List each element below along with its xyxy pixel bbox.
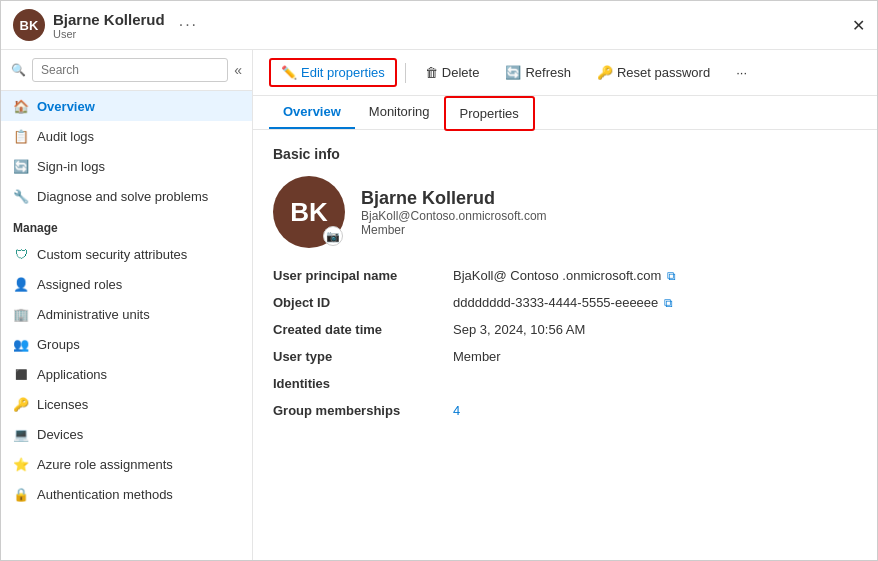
reset-password-button[interactable]: 🔑 Reset password [586, 59, 721, 86]
overview-panel: Basic info BK 📷 Bjarne Kollerud BjaKoll@… [253, 130, 877, 434]
sidebar-item-label: Overview [37, 99, 95, 114]
admin-units-icon: 🏢 [13, 306, 29, 322]
sidebar-item-label: Administrative units [37, 307, 150, 322]
title-info: Bjarne Kollerud User [53, 11, 165, 40]
copy-upn-icon[interactable]: ⧉ [667, 269, 676, 283]
refresh-label: Refresh [525, 65, 571, 80]
field-value-objectid: dddddddd-3333-4444-5555-eeeeee ⧉ [453, 295, 857, 310]
profile-block: BK 📷 Bjarne Kollerud BjaKoll@Contoso.onm… [273, 176, 857, 248]
field-value-identities [453, 376, 857, 391]
azure-roles-icon: ⭐ [13, 456, 29, 472]
title-more-button[interactable]: ··· [179, 16, 198, 34]
edit-label: Edit properties [301, 65, 385, 80]
copy-objectid-icon[interactable]: ⧉ [664, 296, 673, 310]
upn-text: BjaKoll@ Contoso .onmicrosoft.com [453, 268, 661, 283]
sidebar-item-auth-methods[interactable]: 🔒 Authentication methods [1, 479, 252, 509]
search-icon: 🔍 [11, 63, 26, 77]
delete-button[interactable]: 🗑 Delete [414, 59, 491, 86]
devices-icon: 💻 [13, 426, 29, 442]
title-name: Bjarne Kollerud [53, 11, 165, 28]
sidebar-item-sign-in-logs[interactable]: 🔄 Sign-in logs [1, 151, 252, 181]
more-button[interactable]: ··· [725, 59, 758, 86]
roles-icon: 👤 [13, 276, 29, 292]
key-icon: 🔑 [597, 65, 613, 80]
profile-name: Bjarne Kollerud [361, 188, 547, 209]
sidebar-item-label: Custom security attributes [37, 247, 187, 262]
sidebar-item-label: Groups [37, 337, 80, 352]
refresh-icon: 🔄 [505, 65, 521, 80]
profile-details: Bjarne Kollerud BjaKoll@Contoso.onmicros… [361, 188, 547, 237]
sidebar-item-label: Audit logs [37, 129, 94, 144]
toolbar: ✏️ Edit properties 🗑 Delete 🔄 Refresh 🔑 … [253, 50, 877, 96]
sidebar-item-applications[interactable]: ⬛ Applications [1, 359, 252, 389]
toolbar-divider-1 [405, 63, 406, 83]
sidebar-item-admin-units[interactable]: 🏢 Administrative units [1, 299, 252, 329]
group-count-link[interactable]: 4 [453, 403, 460, 418]
sidebar-item-groups[interactable]: 👥 Groups [1, 329, 252, 359]
delete-label: Delete [442, 65, 480, 80]
tab-monitoring[interactable]: Monitoring [355, 96, 444, 129]
basic-info-title: Basic info [273, 146, 857, 162]
field-value-created: Sep 3, 2024, 10:56 AM [453, 322, 857, 337]
sidebar-item-audit-logs[interactable]: 📋 Audit logs [1, 121, 252, 151]
sidebar-item-devices[interactable]: 💻 Devices [1, 419, 252, 449]
auth-icon: 🔒 [13, 486, 29, 502]
sidebar-item-label: Sign-in logs [37, 159, 105, 174]
field-value-groups: 4 [453, 403, 857, 418]
content-area: ✏️ Edit properties 🗑 Delete 🔄 Refresh 🔑 … [253, 50, 877, 560]
tab-properties[interactable]: Properties [444, 96, 535, 131]
security-icon: 🛡 [13, 246, 29, 262]
field-label-created: Created date time [273, 322, 453, 337]
title-role: User [53, 28, 165, 40]
tab-overview[interactable]: Overview [269, 96, 355, 129]
sidebar-item-assigned-roles[interactable]: 👤 Assigned roles [1, 269, 252, 299]
field-label-objectid: Object ID [273, 295, 453, 310]
sidebar-item-overview[interactable]: 🏠 Overview [1, 91, 252, 121]
groups-icon: 👥 [13, 336, 29, 352]
delete-icon: 🗑 [425, 65, 438, 80]
sidebar-item-azure-roles[interactable]: ⭐ Azure role assignments [1, 449, 252, 479]
camera-icon[interactable]: 📷 [323, 226, 343, 246]
profile-type: Member [361, 223, 547, 237]
field-label-groups: Group memberships [273, 403, 453, 418]
field-value-usertype: Member [453, 349, 857, 364]
signin-icon: 🔄 [13, 158, 29, 174]
field-label-upn: User principal name [273, 268, 453, 283]
sidebar: 🔍 « 🏠 Overview 📋 Audit logs 🔄 Sign-in lo… [1, 50, 253, 560]
sidebar-item-label: Applications [37, 367, 107, 382]
licenses-icon: 🔑 [13, 396, 29, 412]
main-layout: 🔍 « 🏠 Overview 📋 Audit logs 🔄 Sign-in lo… [1, 50, 877, 560]
collapse-button[interactable]: « [234, 62, 242, 78]
title-bar: BK Bjarne Kollerud User ··· ✕ [1, 1, 877, 50]
sidebar-item-custom-security[interactable]: 🛡 Custom security attributes [1, 239, 252, 269]
diagnose-icon: 🔧 [13, 188, 29, 204]
objectid-text: dddddddd-3333-4444-5555-eeeeee [453, 295, 658, 310]
edit-properties-button[interactable]: ✏️ Edit properties [269, 58, 397, 87]
title-avatar: BK [13, 9, 45, 41]
search-input[interactable] [32, 58, 228, 82]
sidebar-item-label: Licenses [37, 397, 88, 412]
avatar-initials: BK [290, 197, 328, 228]
refresh-button[interactable]: 🔄 Refresh [494, 59, 582, 86]
field-value-upn: BjaKoll@ Contoso .onmicrosoft.com ⧉ [453, 268, 857, 283]
info-grid: User principal name BjaKoll@ Contoso .on… [273, 268, 857, 418]
field-label-identities: Identities [273, 376, 453, 391]
close-button[interactable]: ✕ [852, 16, 865, 35]
sidebar-item-label: Authentication methods [37, 487, 173, 502]
field-label-usertype: User type [273, 349, 453, 364]
profile-email: BjaKoll@Contoso.onmicrosoft.com [361, 209, 547, 223]
manage-section-label: Manage [1, 211, 252, 239]
profile-avatar: BK 📷 [273, 176, 345, 248]
edit-icon: ✏️ [281, 65, 297, 80]
sidebar-item-label: Azure role assignments [37, 457, 173, 472]
main-window: BK Bjarne Kollerud User ··· ✕ 🔍 « 🏠 Over… [0, 0, 878, 561]
sidebar-item-label: Devices [37, 427, 83, 442]
audit-icon: 📋 [13, 128, 29, 144]
sidebar-item-label: Assigned roles [37, 277, 122, 292]
applications-icon: ⬛ [13, 366, 29, 382]
tabs: Overview Monitoring Properties [253, 96, 877, 130]
search-box: 🔍 « [1, 50, 252, 91]
sidebar-item-diagnose[interactable]: 🔧 Diagnose and solve problems [1, 181, 252, 211]
sidebar-item-licenses[interactable]: 🔑 Licenses [1, 389, 252, 419]
more-icon: ··· [736, 65, 747, 80]
